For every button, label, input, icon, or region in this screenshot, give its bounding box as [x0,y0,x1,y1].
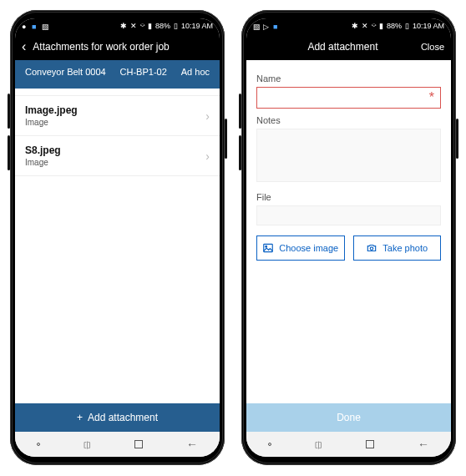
nav-back-icon[interactable]: ← [186,438,198,451]
power-button [456,119,458,159]
required-asterisk-icon: * [429,90,434,105]
svg-point-1 [266,246,267,247]
asset-code: CH-BP1-02 [120,67,167,77]
nav-home-icon[interactable] [366,440,374,448]
battery-icon: ▯ [174,22,178,30]
bluetooth-icon: ✱ [120,22,127,30]
work-order-header: Conveyor Belt 0004 CH-BP1-02 Ad hoc [15,60,220,89]
volume-down-button [239,135,241,170]
done-label: Done [337,412,361,423]
take-photo-button[interactable]: Take photo [353,235,442,261]
notif-icon: ■ [32,23,38,29]
choose-image-button[interactable]: Choose image [256,235,345,261]
nav-recents-icon[interactable]: ⎅ [315,438,322,451]
add-attachment-label: Add attachment [88,412,158,423]
wifi-icon: ⌔ [372,22,376,30]
android-nav-bar: ⎅ ← [246,432,451,457]
camera-icon [366,242,377,254]
phone-frame-left: ● ■ ▧ ✱ ✕ ⌔ ▮ 88% ▯ 10:19 AM ‹ Attachmen… [10,10,225,465]
plus-icon: + [77,412,83,423]
nav-recents-icon[interactable]: ⎅ [84,438,90,451]
attachment-filename: Image.jpeg [25,104,78,116]
app-bar: Add attachment Close [246,33,451,60]
notif-icon: ▷ [263,23,270,29]
attachment-filetype: Image [25,118,78,127]
page-title: Attachments for work order job [33,41,213,53]
notes-input[interactable] [256,129,441,182]
clock-text: 10:19 AM [181,22,213,30]
name-label: Name [256,67,441,87]
attachment-list: Image.jpeg Image › S8.jpeg Image › [15,89,220,403]
page-title: Add attachment [271,41,414,53]
nav-dot-icon [37,443,40,446]
back-icon[interactable]: ‹ [22,40,26,53]
svg-rect-0 [264,244,273,251]
asset-name: Conveyor Belt 0004 [25,67,106,77]
order-type: Ad hoc [181,67,210,77]
notif-icon: ● [22,23,28,29]
attachment-filetype: Image [25,158,61,167]
add-attachment-button[interactable]: + Add attachment [15,403,220,432]
notes-label: Notes [256,109,441,129]
close-button[interactable]: Close [421,42,444,52]
attachment-item[interactable]: Image.jpeg Image › [15,95,220,136]
name-input[interactable] [256,87,441,109]
notif-icon: ▧ [42,23,48,29]
battery-icon: ▯ [405,22,409,30]
android-nav-bar: ⎅ ← [15,432,220,457]
nav-back-icon[interactable]: ← [418,438,429,451]
file-slot [256,205,441,225]
nav-dot-icon [268,443,271,446]
chevron-right-icon: › [205,149,210,163]
nav-home-icon[interactable] [134,440,143,448]
notif-icon: ■ [273,23,280,29]
notif-icon: ▧ [253,23,260,29]
status-bar: ▧ ▷ ■ ✱ ✕ ⌔ ▮ 88% ▯ 10:19 AM [246,18,451,33]
file-label: File [256,185,441,205]
signal-icon: ▮ [379,22,383,30]
app-bar: ‹ Attachments for work order job [15,33,220,60]
battery-text: 88% [155,22,170,30]
volume-down-button [8,135,10,170]
take-photo-label: Take photo [382,243,428,253]
image-icon [262,242,274,254]
battery-text: 88% [387,22,402,30]
choose-image-label: Choose image [279,243,338,253]
power-button [225,119,227,159]
attachment-filename: S8.jpeg [25,144,61,156]
phone-frame-right: ▧ ▷ ■ ✱ ✕ ⌔ ▮ 88% ▯ 10:19 AM Add attachm… [241,10,456,465]
status-bar: ● ■ ▧ ✱ ✕ ⌔ ▮ 88% ▯ 10:19 AM [15,18,220,33]
attachment-item[interactable]: S8.jpeg Image › [15,136,220,176]
volume-up-button [8,94,10,129]
bluetooth-icon: ✱ [352,22,358,30]
svg-point-2 [371,247,374,251]
chevron-right-icon: › [205,109,210,123]
wifi-icon: ⌔ [140,22,144,30]
volume-up-button [239,94,241,129]
done-button[interactable]: Done [246,403,451,432]
attachment-form: Name * Notes File Cho [246,60,451,267]
signal-icon: ▮ [148,22,152,30]
clock-text: 10:19 AM [413,22,444,30]
mute-icon: ✕ [362,22,368,30]
mute-icon: ✕ [130,22,137,30]
